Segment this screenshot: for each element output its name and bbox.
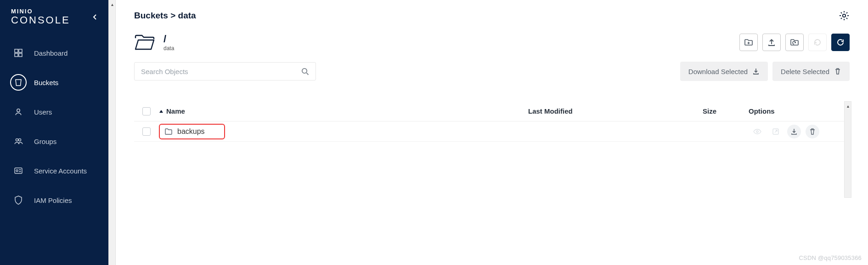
path-left: / data [134,33,174,52]
download-option[interactable] [787,125,801,138]
download-icon [790,128,798,135]
search-box [134,62,316,81]
trash-icon [834,68,841,75]
refresh-icon [836,38,845,46]
bucket-icon [10,74,27,91]
shield-icon [10,192,27,208]
row-options [749,125,850,138]
column-size-label: Size [703,107,716,115]
download-selected-label: Download Selected [688,68,748,75]
download-selected-button[interactable]: Download Selected [680,62,768,81]
object-name: backups [177,127,205,136]
header: Buckets > data [116,0,868,25]
svg-rect-3 [19,53,22,57]
delete-selected-button[interactable]: Delete Selected [772,62,850,81]
new-folder-button[interactable] [739,34,758,51]
path-label: data [163,45,174,52]
outer-scrollbar[interactable]: ▴ [108,0,116,265]
column-size[interactable]: Size [703,107,749,115]
column-options: Options [749,107,850,115]
service-accounts-icon [10,162,27,179]
svg-point-4 [17,109,20,112]
svg-point-10 [302,69,307,73]
sidebar-item-label: Buckets [34,79,58,86]
path-display: / [163,33,174,45]
column-name-label: Name [166,107,185,115]
toolbar [739,34,850,51]
path-row: / data [134,33,850,52]
table-header: Name Last Modified Size Options [134,101,850,121]
upload-icon [767,38,776,46]
search-input[interactable] [141,68,301,75]
bulk-actions: Download Selected Delete Selected [680,62,850,81]
folder-open-icon [134,34,155,51]
brand-row: MINIO CONSOLE [0,8,108,34]
svg-rect-0 [15,49,18,52]
svg-rect-1 [19,49,22,52]
main: Buckets > data / data [116,0,868,265]
eye-icon [753,128,761,135]
refresh-icon [813,38,822,46]
table-row[interactable]: backups [134,121,850,142]
svg-point-11 [756,131,758,132]
gear-icon [839,10,850,21]
brand: MINIO CONSOLE [11,8,70,25]
sidebar-item-label: Service Accounts [34,167,87,175]
delete-option[interactable] [806,125,819,138]
sort-asc-icon [159,109,163,114]
column-modified[interactable]: Last Modified [528,107,703,115]
column-name[interactable]: Name [159,107,528,115]
sidebar-item-users[interactable]: Users [0,98,108,126]
share-option [769,125,783,138]
trash-icon [809,128,816,135]
sidebar-nav: Dashboard Buckets Users Groups [0,39,108,214]
search-icon [301,67,309,75]
sidebar-item-iam-policies[interactable]: IAM Policies [0,186,108,214]
groups-icon [10,133,27,150]
select-all-checkbox[interactable] [142,107,151,115]
sidebar-item-dashboard[interactable]: Dashboard [0,39,108,67]
sidebar-item-label: Dashboard [34,49,68,57]
svg-rect-2 [15,53,18,57]
user-icon [10,104,27,120]
folder-plus-icon [744,38,753,46]
object-table: Name Last Modified Size Options backups [134,101,850,142]
table-scrollbar[interactable]: ▴ [844,101,851,198]
view-option [750,125,764,138]
folder-icon [164,128,173,135]
svg-point-8 [16,170,18,172]
refresh-ghost-button [808,34,827,51]
rewind-folder-button[interactable] [785,34,804,51]
delete-selected-label: Delete Selected [781,68,829,75]
scroll-up-icon: ▴ [110,1,114,7]
app-root: MINIO CONSOLE Dashboard Buckets [0,0,868,265]
object-name-cell[interactable]: backups [159,124,225,139]
rewind-folder-icon [790,38,799,46]
download-icon [752,68,760,75]
path-text: / data [163,33,174,52]
upload-button[interactable] [762,34,781,51]
svg-point-6 [18,138,21,141]
brand-bottom: CONSOLE [11,15,70,25]
breadcrumb: Buckets > data [134,11,196,21]
sidebar-item-label: Groups [34,138,56,145]
svg-point-9 [843,14,845,17]
sidebar-item-groups[interactable]: Groups [0,127,108,155]
column-options-label: Options [749,107,775,115]
scroll-up-icon: ▴ [845,103,850,109]
settings-button[interactable] [839,10,850,21]
sidebar-item-service-accounts[interactable]: Service Accounts [0,157,108,184]
dashboard-icon [10,45,27,61]
sidebar-item-buckets[interactable]: Buckets [0,69,108,96]
sidebar-item-label: IAM Policies [34,196,72,204]
sidebar-collapse-button[interactable] [90,11,100,23]
share-icon [772,128,779,135]
content: / data [116,25,868,142]
row-checkbox[interactable] [142,127,151,136]
sidebar: MINIO CONSOLE Dashboard Buckets [0,0,108,265]
sidebar-item-label: Users [34,108,52,116]
brand-top: MINIO [11,8,70,14]
search-row: Download Selected Delete Selected [134,62,850,81]
svg-point-5 [16,138,18,141]
refresh-button[interactable] [831,34,850,51]
